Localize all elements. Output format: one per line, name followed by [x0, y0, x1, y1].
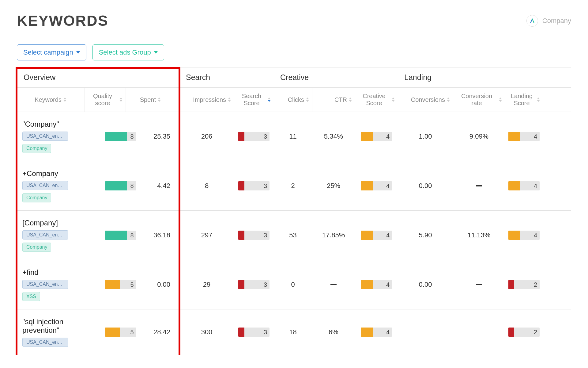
section-search: Search: [179, 67, 274, 87]
select-campaign-label: Select campaign: [23, 48, 73, 56]
dash-icon: [476, 284, 482, 285]
keyword-text: [Company]: [22, 219, 58, 227]
sort-icon: [349, 98, 352, 102]
col-impressions[interactable]: Impressions: [179, 88, 234, 112]
page-title: KEYWORDS: [17, 12, 108, 29]
creative-score-cell: 4: [355, 169, 398, 202]
score-bar: 4: [361, 181, 392, 190]
col-conversions[interactable]: Conversions: [398, 88, 453, 112]
sort-icon: [228, 98, 231, 102]
landing-score-cell: 2: [505, 268, 543, 301]
spent-cell: 28.42: [141, 317, 173, 347]
dash-icon: [476, 185, 482, 186]
impressions-cell: 206: [179, 120, 234, 153]
conversion-rate-cell: [453, 169, 505, 202]
col-quality-score[interactable]: Quality score: [84, 88, 126, 112]
table-row[interactable]: +CompanyUSA_CAN_en_…Company84.4283225%40…: [17, 161, 571, 211]
col-ctr[interactable]: CTR: [312, 88, 355, 112]
score-bar: 8: [105, 132, 136, 141]
sort-icon: [119, 98, 123, 102]
sort-icon: [158, 98, 161, 102]
account-selector[interactable]: Company: [526, 15, 571, 27]
campaign-badge[interactable]: USA_CAN_en_…: [22, 132, 68, 141]
landing-score-cell: 4: [505, 219, 543, 252]
ads-group-badge[interactable]: Company: [22, 144, 51, 153]
section-landing: Landing: [398, 67, 543, 87]
clicks-cell: 53: [274, 219, 312, 252]
spent-cell: 36.18: [141, 219, 173, 252]
quality-score-cell: 5: [100, 317, 141, 347]
search-score-cell: 3: [234, 219, 274, 252]
spent-cell: 25.35: [141, 120, 173, 153]
score-bar: 5: [105, 280, 136, 289]
campaign-badge[interactable]: USA_CAN_en_…: [22, 230, 68, 240]
impressions-cell: 29: [179, 268, 234, 301]
ads-group-badge[interactable]: Company: [22, 193, 51, 202]
select-campaign-button[interactable]: Select campaign: [17, 44, 86, 60]
clicks-cell: 11: [274, 120, 312, 153]
creative-score-cell: 4: [355, 317, 398, 347]
score-bar: 3: [238, 280, 270, 289]
account-label: Company: [542, 17, 571, 25]
keyword-text: +Company: [22, 169, 58, 178]
adwords-logo-icon: [526, 15, 538, 27]
campaign-badge[interactable]: USA_CAN_en_…: [22, 181, 68, 190]
search-score-cell: 3: [234, 120, 274, 153]
conversions-cell: 5.90: [398, 219, 453, 252]
score-bar: 8: [105, 231, 136, 240]
section-creative: Creative: [274, 67, 398, 87]
col-search-score[interactable]: Search Score: [234, 88, 274, 112]
col-landing-score[interactable]: Landing Score: [505, 88, 543, 112]
col-creative-score[interactable]: Creative Score: [355, 88, 398, 112]
clicks-cell: 0: [274, 268, 312, 301]
creative-score-cell: 4: [355, 219, 398, 252]
quality-score-cell: 5: [100, 268, 141, 301]
conversion-rate-cell: [453, 268, 505, 301]
impressions-cell: 8: [179, 169, 234, 202]
sort-icon: [268, 98, 271, 102]
conversion-rate-cell: 11.13%: [453, 219, 505, 252]
ads-group-badge[interactable]: Company: [22, 243, 51, 252]
score-bar: 3: [238, 328, 270, 337]
score-bar: 3: [238, 231, 270, 240]
keywords-table: Overview Search Creative Landing Keyword…: [17, 67, 571, 355]
table-row[interactable]: [Company]USA_CAN_en_…Company836.18297353…: [17, 211, 571, 260]
campaign-badge[interactable]: USA_CAN_en_…: [22, 280, 68, 289]
col-conversion-rate[interactable]: Conversion rate: [453, 88, 505, 112]
sort-icon: [499, 98, 502, 102]
score-bar: 4: [508, 231, 540, 240]
search-score-cell: 3: [234, 268, 274, 301]
select-ads-group-label: Select ads Group: [99, 48, 151, 56]
col-clicks[interactable]: Clicks: [274, 88, 312, 112]
impressions-cell: 297: [179, 219, 234, 252]
sort-icon: [537, 98, 540, 102]
conversions-cell: [398, 317, 453, 347]
search-score-cell: 3: [234, 317, 274, 347]
keyword-text: +find: [22, 268, 39, 277]
score-bar: 2: [508, 328, 540, 337]
campaign-badge[interactable]: USA_CAN_en_…: [22, 338, 68, 347]
quality-score-cell: 8: [100, 120, 141, 153]
score-bar: 3: [238, 132, 270, 141]
conversion-rate-cell: [453, 317, 505, 347]
score-bar: 3: [238, 181, 270, 190]
quality-score-cell: 8: [100, 169, 141, 202]
ads-group-badge[interactable]: XSS: [22, 292, 40, 301]
landing-score-cell: 4: [505, 169, 543, 202]
col-spent[interactable]: Spent: [126, 88, 164, 112]
impressions-cell: 300: [179, 317, 234, 347]
table-row[interactable]: "sql injection prevention"USA_CAN_en_…52…: [17, 309, 571, 355]
score-bar: 4: [508, 181, 540, 190]
table-row[interactable]: "Company"USA_CAN_en_…Company825.35206311…: [17, 112, 571, 161]
score-bar: 8: [105, 181, 136, 190]
col-keywords[interactable]: Keywords: [17, 88, 84, 112]
clicks-cell: 18: [274, 317, 312, 347]
landing-score-cell: 2: [505, 317, 543, 347]
select-ads-group-button[interactable]: Select ads Group: [92, 44, 164, 60]
score-bar: 4: [361, 280, 392, 289]
table-row[interactable]: +findUSA_CAN_en_…XSS50.00293040.002: [17, 260, 571, 309]
sort-icon: [447, 98, 450, 102]
spent-cell: 0.00: [141, 268, 173, 301]
ctr-cell: [312, 268, 355, 301]
conversions-cell: 0.00: [398, 169, 453, 202]
